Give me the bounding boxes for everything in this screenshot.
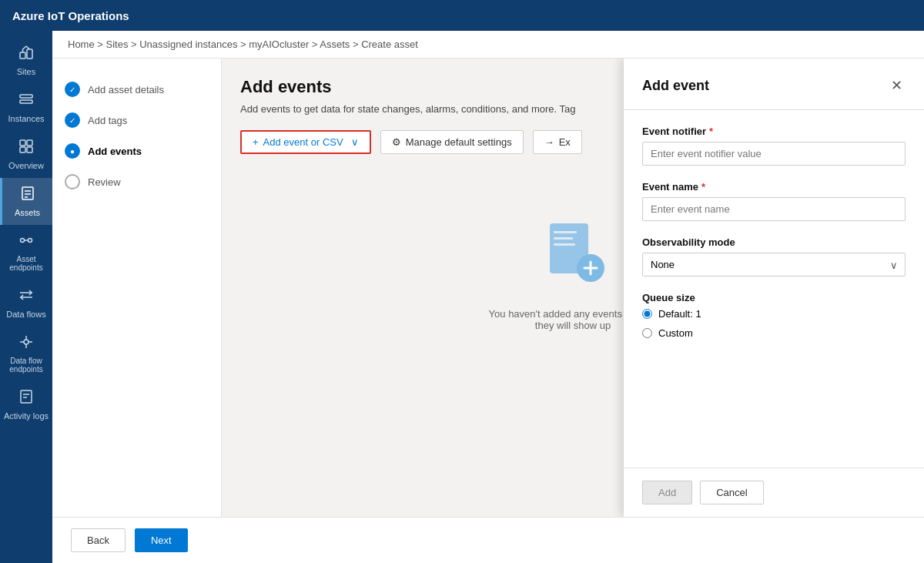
sidebar-item-activity-logs[interactable]: Activity logs [0, 381, 52, 428]
empty-icon [538, 216, 608, 296]
panel-footer: Add Cancel [624, 467, 924, 517]
panel-close-button[interactable]: ✕ [888, 74, 906, 97]
queue-size-custom-option[interactable]: Custom [642, 327, 906, 339]
breadcrumb-text: Home > Sites > Unassigned instances > my… [68, 39, 418, 50]
sidebar-item-assets[interactable]: Assets [0, 178, 52, 225]
queue-size-default-radio[interactable] [642, 309, 652, 319]
event-name-group: Event name * [642, 181, 906, 221]
asset-endpoints-icon [18, 233, 34, 252]
sites-icon [18, 45, 34, 64]
step-circle-2: ✓ [65, 112, 80, 128]
back-button[interactable]: Back [71, 528, 126, 552]
export-button[interactable]: → Ex [533, 130, 582, 154]
queue-size-default-option[interactable]: Default: 1 [642, 308, 906, 320]
event-notifier-label: Event notifier * [642, 126, 906, 137]
svg-rect-2 [20, 95, 32, 98]
sidebar-label-assets: Assets [15, 208, 40, 217]
event-name-label: Event name * [642, 181, 906, 193]
observability-mode-select-wrapper: None Gauge Counter Histogram Log ∨ [642, 253, 906, 276]
sidebar-item-data-flows[interactable]: Data flows [0, 280, 52, 327]
observability-mode-select[interactable]: None Gauge Counter Histogram Log [642, 253, 906, 276]
bottom-bar: Back Next [52, 517, 924, 563]
add-button[interactable]: Add [642, 481, 692, 504]
step-label-1: Add asset details [88, 84, 164, 96]
empty-message2: they will show up [535, 320, 611, 331]
next-button[interactable]: Next [135, 528, 188, 552]
svg-point-15 [24, 340, 28, 344]
step-add-asset-details: ✓ Add asset details [65, 74, 209, 105]
queue-size-custom-label: Custom [658, 327, 693, 339]
svg-rect-6 [20, 147, 25, 152]
cancel-button[interactable]: Cancel [700, 481, 763, 504]
sidebar-label-overview: Overview [8, 161, 44, 170]
panel-body: Event notifier * Event name * [624, 110, 924, 467]
step-label-3: Add events [88, 146, 142, 157]
add-event-text: Add event or CSV [263, 136, 343, 148]
event-notifier-required: * [709, 126, 713, 137]
activity-logs-icon [18, 389, 34, 408]
svg-rect-3 [20, 100, 32, 103]
queue-size-custom-radio[interactable] [642, 328, 652, 338]
data-flows-icon [18, 287, 34, 307]
event-notifier-input[interactable] [642, 142, 906, 166]
topbar: Azure IoT Operations [0, 0, 924, 31]
app-title: Azure IoT Operations [12, 9, 129, 22]
manage-text: Manage default settings [406, 136, 512, 148]
observability-mode-group: Observability mode None Gauge Counter Hi… [642, 236, 906, 276]
svg-rect-24 [554, 231, 577, 233]
step-add-events: ● Add events [65, 136, 209, 166]
arrow-icon: → [544, 136, 554, 148]
step-review: Review [65, 166, 209, 197]
add-event-button[interactable]: + Add event or CSV ∨ [240, 130, 371, 154]
event-name-required: * [701, 181, 705, 193]
sidebar-label-sites: Sites [17, 67, 35, 76]
queue-size-default-label: Default: 1 [658, 308, 701, 320]
export-text: Ex [559, 136, 571, 148]
main-content: Add events Add events to get data for st… [222, 59, 924, 517]
queue-size-group: Queue size Default: 1 Custom [642, 292, 906, 339]
sidebar-label-data-flow-endpoints: Data flow endpoints [3, 357, 49, 374]
add-event-icon: + [253, 136, 259, 148]
sidebar-item-instances[interactable]: Instances [0, 84, 52, 131]
content-area: Home > Sites > Unassigned instances > my… [52, 31, 924, 563]
assets-icon [20, 186, 35, 205]
step-circle-3: ● [65, 143, 80, 159]
gear-icon: ⚙ [392, 136, 401, 148]
observability-mode-label: Observability mode [642, 236, 906, 248]
svg-rect-4 [20, 140, 25, 146]
sidebar-label-asset-endpoints: Asset endpoints [3, 255, 49, 272]
svg-rect-26 [554, 243, 575, 246]
sidebar-label-activity-logs: Activity logs [4, 411, 49, 421]
svg-rect-20 [21, 390, 32, 403]
step-circle-4 [65, 174, 80, 189]
sidebar-label-instances: Instances [8, 114, 44, 123]
svg-rect-1 [27, 49, 32, 59]
event-notifier-group: Event notifier * [642, 126, 906, 166]
svg-rect-7 [27, 147, 32, 152]
step-circle-1: ✓ [65, 82, 80, 97]
breadcrumb: Home > Sites > Unassigned instances > my… [52, 31, 924, 59]
step-add-tags: ✓ Add tags [65, 105, 209, 136]
svg-rect-0 [20, 52, 25, 59]
chevron-icon: ∨ [351, 136, 359, 148]
svg-rect-25 [554, 237, 573, 240]
sidebar-item-sites[interactable]: Sites [0, 37, 52, 84]
queue-size-label: Queue size [642, 292, 906, 303]
manage-default-settings-button[interactable]: ⚙ Manage default settings [380, 130, 524, 154]
svg-point-12 [21, 239, 25, 243]
svg-point-13 [28, 239, 32, 243]
step-label-2: Add tags [88, 115, 127, 126]
svg-rect-5 [27, 140, 32, 146]
sidebar-item-asset-endpoints[interactable]: Asset endpoints [0, 225, 52, 280]
step-label-4: Review [88, 176, 121, 188]
data-flow-endpoints-icon [18, 334, 34, 354]
steps-panel: ✓ Add asset details ✓ Add tags ● Add eve… [52, 59, 222, 517]
panel-header: Add event ✕ [624, 59, 924, 110]
sidebar-item-data-flow-endpoints[interactable]: Data flow endpoints [0, 327, 52, 381]
overview-icon [18, 139, 34, 158]
sidebar-label-data-flows: Data flows [6, 310, 45, 319]
instances-icon [18, 92, 34, 111]
panel-title: Add event [642, 78, 709, 94]
event-name-input[interactable] [642, 197, 906, 221]
sidebar-item-overview[interactable]: Overview [0, 131, 52, 178]
